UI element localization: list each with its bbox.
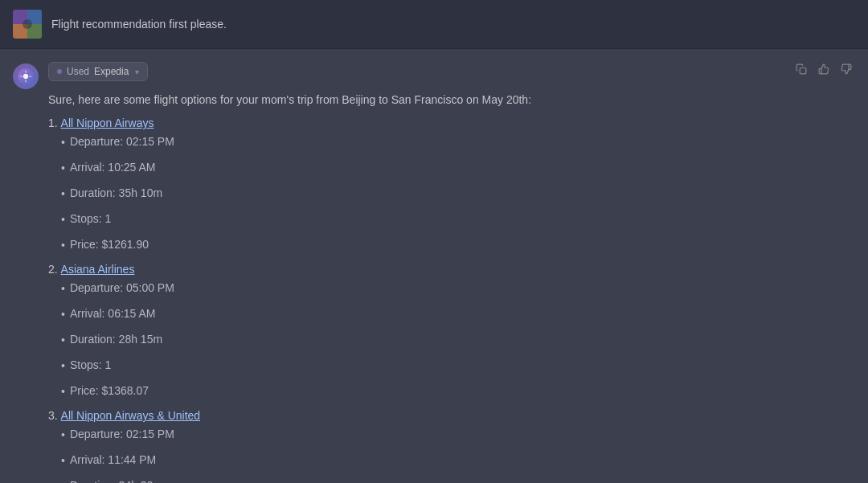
top-bar: Flight recommendation first please. [0,0,868,49]
ai-avatar [13,63,39,89]
flight-3-arrival: •Arrival: 11:44 PM [61,451,855,470]
flight-1-arrival: •Arrival: 10:25 AM [61,158,855,178]
badge-dot [57,69,62,74]
flight-1-number: 1. [48,117,58,129]
flight-1-header: 1. All Nippon Airways [48,117,855,129]
flight-item-3: 3. All Nippon Airways & United •Departur… [48,409,855,483]
badge-arrow-icon: ▾ [135,68,139,76]
badge-service-name: Expedia [94,66,129,77]
main-content: Used Expedia ▾ Sure, here are some fligh… [0,49,868,483]
flight-2-details: •Departure: 05:00 PM •Arrival: 06:15 AM … [61,279,855,401]
intro-text: Sure, here are some flight options for y… [48,91,855,108]
flight-3-duration: •Duration: 24h 29m [61,477,855,483]
flight-2-departure: •Departure: 05:00 PM [61,279,855,298]
flight-2-duration: •Duration: 28h 15m [61,330,855,350]
svg-rect-7 [800,68,806,74]
flight-1-duration: •Duration: 35h 10m [61,184,855,203]
flight-3-number: 3. [48,409,58,422]
action-buttons [792,62,855,76]
flight-2-stops: •Stops: 1 [61,356,855,375]
flight-3-airline: All Nippon Airways & United [61,409,201,422]
flight-1-details: •Departure: 02:15 PM •Arrival: 10:25 AM … [61,133,855,255]
thumbs-down-button[interactable] [837,62,855,76]
flight-3-departure: •Departure: 02:15 PM [61,425,855,444]
user-message: Flight recommendation first please. [51,18,227,31]
svg-point-5 [23,19,32,29]
flight-2-price: •Price: $1368.07 [61,382,855,401]
flight-2-header: 2. Asiana Airlines [48,263,855,276]
ai-message-block: Used Expedia ▾ Sure, here are some fligh… [0,49,868,483]
expedia-badge[interactable]: Used Expedia ▾ [48,62,148,81]
flight-1-stops: •Stops: 1 [61,210,855,229]
flight-2-arrival: •Arrival: 06:15 AM [61,305,855,324]
flight-2-airline: Asiana Airlines [61,263,135,276]
avatar [13,10,42,39]
flight-3-header: 3. All Nippon Airways & United [48,409,855,422]
flight-3-details: •Departure: 02:15 PM •Arrival: 11:44 PM … [61,425,855,483]
flight-1-airline: All Nippon Airways [61,117,154,129]
flight-1-departure: •Departure: 02:15 PM [61,133,855,152]
badge-used-label: Used [67,66,89,77]
flight-item-2: 2. Asiana Airlines •Departure: 05:00 PM … [48,263,855,401]
flight-list: 1. All Nippon Airways •Departure: 02:15 … [48,117,855,483]
flight-1-price: •Price: $1261.90 [61,235,855,255]
thumbs-up-button[interactable] [815,62,833,76]
message-area: Used Expedia ▾ Sure, here are some fligh… [48,62,855,483]
flight-item-1: 1. All Nippon Airways •Departure: 02:15 … [48,117,855,255]
copy-button[interactable] [792,62,810,76]
flight-2-number: 2. [48,263,58,276]
